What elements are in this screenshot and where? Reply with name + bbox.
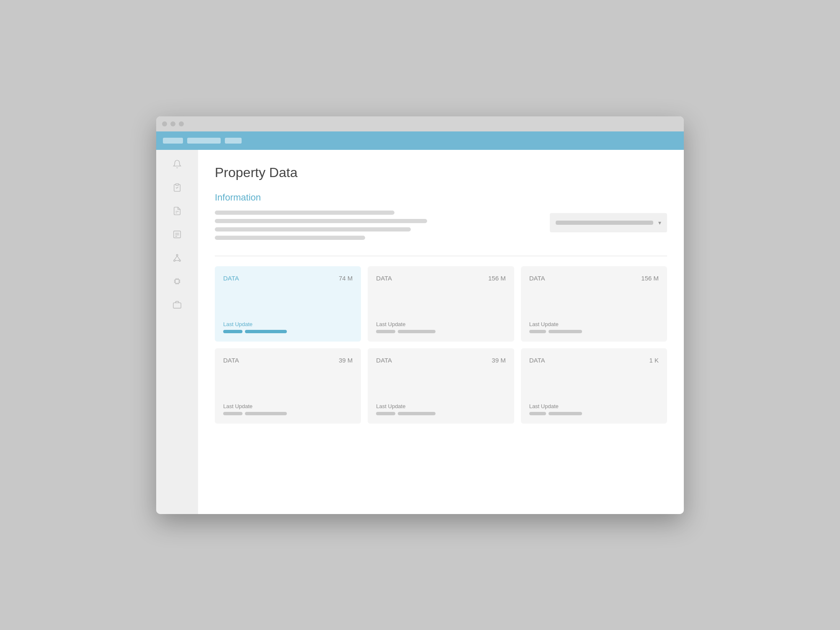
card-2-footer: Last Update	[376, 321, 505, 333]
info-section: ▾	[215, 211, 667, 246]
card-5[interactable]: DATA 39 M Last Update	[368, 348, 514, 424]
card-5-footer-label: Last Update	[376, 403, 505, 409]
info-line-2	[215, 219, 427, 223]
card-4-value: 39 M	[339, 357, 353, 364]
card-3-bars	[529, 330, 659, 333]
menu-item-3[interactable]	[225, 138, 242, 144]
card-6-bars	[529, 412, 659, 415]
info-line-4	[215, 236, 365, 240]
card-1-bars	[223, 330, 353, 333]
info-line-1	[215, 211, 394, 215]
card-3[interactable]: DATA 156 M Last Update	[521, 266, 667, 342]
bell-icon[interactable]	[171, 158, 183, 170]
card-5-bar-1	[376, 412, 395, 415]
close-dot[interactable]	[162, 121, 167, 126]
card-4-bars	[223, 412, 353, 415]
card-3-label: DATA	[529, 275, 545, 282]
card-6-footer: Last Update	[529, 403, 659, 415]
card-2-footer-label: Last Update	[376, 321, 505, 327]
card-4-footer-label: Last Update	[223, 403, 353, 409]
card-5-footer: Last Update	[376, 403, 505, 415]
card-4-header: DATA 39 M	[223, 357, 353, 364]
card-3-bar-2	[549, 330, 582, 333]
card-1[interactable]: DATA 74 M Last Update	[215, 266, 361, 342]
card-6-footer-label: Last Update	[529, 403, 659, 409]
app-body: Property Data Information ▾	[156, 150, 684, 514]
clipboard-check-icon[interactable]	[171, 182, 183, 193]
card-4-bar-1	[223, 412, 242, 415]
card-5-value: 39 M	[492, 357, 505, 364]
svg-rect-0	[175, 183, 178, 185]
section-title: Information	[215, 192, 667, 203]
svg-rect-3	[174, 231, 181, 238]
menu-item-1[interactable]	[163, 138, 183, 144]
card-5-label: DATA	[376, 357, 392, 364]
card-6-bar-2	[549, 412, 582, 415]
card-2-value: 156 M	[488, 275, 506, 282]
svg-line-11	[177, 256, 180, 260]
app-window: Property Data Information ▾	[156, 116, 684, 514]
card-1-footer: Last Update	[223, 321, 353, 333]
card-3-value: 156 M	[641, 275, 659, 282]
svg-point-9	[179, 260, 181, 261]
svg-point-8	[174, 260, 175, 261]
main-content: Property Data Information ▾	[198, 150, 684, 514]
info-lines-block	[215, 211, 541, 246]
card-1-footer-label: Last Update	[223, 321, 353, 327]
card-6-bar-1	[529, 412, 546, 415]
card-6-label: DATA	[529, 357, 545, 364]
card-6[interactable]: DATA 1 K Last Update	[521, 348, 667, 424]
maximize-dot[interactable]	[179, 121, 184, 126]
svg-rect-26	[173, 303, 181, 308]
card-1-label: DATA	[223, 275, 239, 282]
card-3-bar-1	[529, 330, 546, 333]
card-5-bars	[376, 412, 505, 415]
cards-grid-row2: DATA 39 M Last Update DATA	[215, 348, 667, 424]
info-lines	[215, 211, 541, 240]
card-5-header: DATA 39 M	[376, 357, 505, 364]
card-5-bar-2	[398, 412, 435, 415]
card-1-bar-1	[223, 330, 242, 333]
card-2-bar-1	[376, 330, 395, 333]
card-6-header: DATA 1 K	[529, 357, 659, 364]
card-2[interactable]: DATA 156 M Last Update	[368, 266, 514, 342]
chip-icon[interactable]	[171, 275, 183, 287]
card-3-header: DATA 156 M	[529, 275, 659, 282]
menubar	[156, 131, 684, 150]
document-icon[interactable]	[171, 205, 183, 217]
card-4-footer: Last Update	[223, 403, 353, 415]
card-4[interactable]: DATA 39 M Last Update	[215, 348, 361, 424]
svg-point-7	[176, 254, 178, 256]
card-2-header: DATA 156 M	[376, 275, 505, 282]
network-icon[interactable]	[171, 252, 183, 264]
card-1-header: DATA 74 M	[223, 275, 353, 282]
page-title: Property Data	[215, 165, 667, 180]
card-1-bar-2	[245, 330, 287, 333]
sidebar	[156, 150, 198, 514]
card-3-footer: Last Update	[529, 321, 659, 333]
dropdown[interactable]: ▾	[550, 213, 667, 232]
card-4-bar-2	[245, 412, 287, 415]
card-2-bars	[376, 330, 505, 333]
info-line-3	[215, 227, 411, 231]
card-2-bar-2	[398, 330, 435, 333]
section-divider	[215, 256, 667, 256]
card-1-value: 74 M	[339, 275, 353, 282]
card-2-label: DATA	[376, 275, 392, 282]
cards-grid-row1: DATA 74 M Last Update DATA	[215, 266, 667, 342]
card-3-footer-label: Last Update	[529, 321, 659, 327]
menu-item-2[interactable]	[187, 138, 221, 144]
briefcase-icon[interactable]	[171, 299, 183, 311]
dropdown-bar	[556, 221, 653, 225]
card-4-label: DATA	[223, 357, 239, 364]
svg-rect-13	[175, 279, 179, 283]
chevron-down-icon: ▾	[658, 219, 661, 226]
svg-line-10	[175, 256, 177, 260]
titlebar	[156, 116, 684, 131]
minimize-dot[interactable]	[170, 121, 175, 126]
card-6-value: 1 K	[649, 357, 659, 364]
document-list-icon[interactable]	[171, 229, 183, 240]
